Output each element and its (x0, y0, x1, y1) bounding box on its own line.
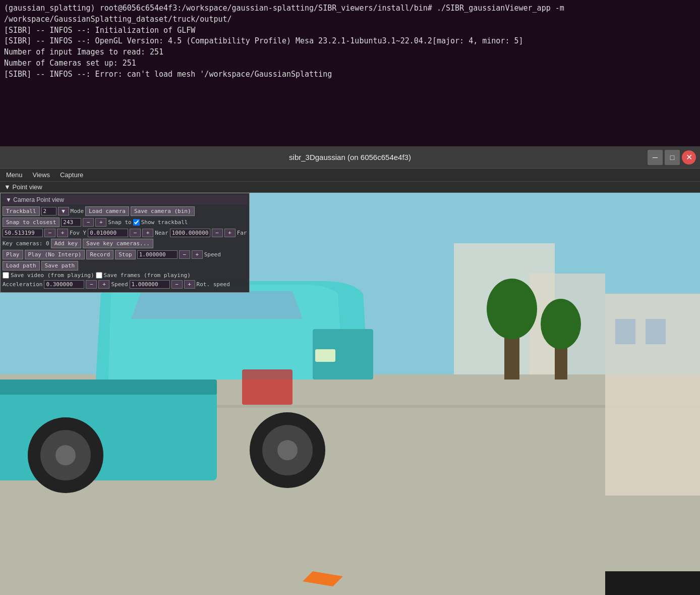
terminal-line-3: [SIBR] -- INFOS --: OpenGL Version: 4.5 … (4, 36, 696, 47)
close-button[interactable]: ✕ (682, 150, 696, 165)
speed2-input[interactable] (130, 280, 170, 289)
fov-y-label: Fov Y (70, 230, 86, 236)
viewer: Camera Point view Trackball ▼ Mode Load … (0, 193, 700, 595)
add-key-button[interactable]: Add key (51, 239, 81, 248)
speed2-label: Speed (111, 281, 128, 288)
load-path-button[interactable]: Load path (3, 261, 40, 271)
trackball-stepper-down[interactable]: ▼ (58, 207, 69, 215)
save-video-checkbox[interactable] (3, 272, 9, 279)
fov-input[interactable] (3, 229, 43, 237)
svg-rect-15 (242, 369, 293, 405)
save-path-button[interactable]: Save path (41, 261, 79, 271)
snap-to-text: Snap to (108, 219, 131, 226)
save-frames-text: Save frames (from playing) (104, 272, 191, 279)
snap-stepper-plus[interactable]: + (95, 218, 106, 227)
row-fov: − + Fov Y − + Near − + Far (3, 229, 247, 237)
window-controls: ─ □ ✕ (648, 150, 696, 165)
mode-label: Mode (71, 208, 84, 214)
play-button[interactable]: Play (3, 250, 23, 259)
svg-rect-21 (615, 319, 635, 344)
snap-to-label[interactable]: Snap to (108, 219, 131, 226)
svg-rect-6 (0, 380, 217, 395)
far-label: Far (237, 230, 247, 236)
save-video-label[interactable]: Save video (from playing) (3, 272, 94, 279)
trackball-button[interactable]: Trackball (3, 206, 40, 216)
key-cameras-label: Key cameras: 0 (3, 240, 49, 247)
play-no-interp-button[interactable]: Play (No Interp) (25, 250, 85, 259)
fov-y-input[interactable] (88, 229, 128, 237)
near-stepper-plus[interactable]: + (224, 229, 236, 237)
terminal-line-1: (gaussian_splatting) root@6056c654e4f3:/… (4, 3, 696, 25)
accel-stepper-plus[interactable]: + (98, 280, 109, 289)
rot-speed-label: Rot. speed (197, 281, 230, 288)
svg-point-19 (541, 299, 581, 349)
row-acceleration: Acceleration − + Speed − + Rot. speed (3, 280, 247, 289)
speed2-stepper-minus[interactable]: − (171, 280, 183, 289)
svg-rect-8 (315, 349, 335, 362)
terminal: (gaussian_splatting) root@6056c654e4f3:/… (0, 0, 700, 146)
speed2-stepper-plus[interactable]: + (184, 280, 195, 289)
svg-point-11 (55, 445, 76, 465)
save-frames-label[interactable]: Save frames (from playing) (96, 272, 191, 279)
show-trackball-label[interactable]: Show trackball (133, 219, 188, 226)
fov-stepper-plus[interactable]: + (57, 229, 68, 237)
save-frames-checkbox[interactable] (96, 272, 102, 279)
trackball-input[interactable] (41, 207, 56, 215)
window-titlebar: sibr_3Dgaussian (on 6056c654e4f3) ─ □ ✕ (0, 146, 700, 169)
row-trackball: Trackball ▼ Mode Load camera Save camera… (3, 206, 247, 216)
fov-y-stepper-plus[interactable]: + (142, 229, 153, 237)
terminal-line-5: Number of Cameras set up: 251 (4, 58, 696, 69)
control-panel: Camera Point view Trackball ▼ Mode Load … (0, 193, 250, 293)
snap-closest-button[interactable]: Snap to closest (3, 218, 60, 227)
speed-stepper-plus[interactable]: + (192, 250, 203, 259)
snap-stepper-minus[interactable]: − (83, 218, 94, 227)
save-key-cameras-button[interactable]: Save key cameras... (83, 239, 153, 248)
row-playback: Play Play (No Interp) Record Stop − + Sp… (3, 250, 247, 259)
terminal-line-6: [SIBR] -- INFOS --: Error: can't load me… (4, 69, 696, 80)
near-stepper-minus[interactable]: − (212, 229, 223, 237)
svg-rect-23 (605, 571, 700, 595)
menu-item-capture[interactable]: Capture (56, 170, 87, 180)
accel-stepper-minus[interactable]: − (86, 280, 97, 289)
minimize-button[interactable]: ─ (648, 150, 663, 165)
speed-input[interactable] (137, 250, 178, 259)
near-input[interactable] (170, 229, 210, 237)
stop-button[interactable]: Stop (115, 250, 136, 259)
menu-item-menu[interactable]: Menu (2, 170, 27, 180)
show-trackball-text: Show trackball (141, 219, 188, 226)
svg-rect-22 (646, 319, 666, 344)
fov-y-stepper-minus[interactable]: − (130, 229, 141, 237)
row-key-cameras: Key cameras: 0 Add key Save key cameras.… (3, 239, 247, 248)
acceleration-label: Acceleration (3, 281, 42, 288)
save-camera-button[interactable]: Save camera (bin) (131, 206, 195, 216)
row-save-options: Save video (from playing) Save frames (f… (3, 272, 247, 279)
row-snap: Snap to closest − + Snap to Show trackba… (3, 218, 247, 227)
save-video-text: Save video (from playing) (11, 272, 94, 279)
view-label: ▼ Point view (0, 182, 700, 193)
speed-stepper-minus[interactable]: − (179, 250, 190, 259)
panel-header[interactable]: Camera Point view (3, 195, 247, 204)
terminal-line-2: [SIBR] -- INFOS --: Initialization of GL… (4, 25, 696, 36)
menubar: Menu Views Capture (0, 169, 700, 182)
speed-label: Speed (204, 251, 221, 258)
menu-item-views[interactable]: Views (29, 170, 54, 180)
show-trackball-checkbox[interactable] (133, 219, 140, 226)
acceleration-input[interactable] (44, 280, 84, 289)
record-button[interactable]: Record (86, 250, 113, 259)
terminal-line-4: Number of input Images to read: 251 (4, 47, 696, 58)
row-path: Load path Save path (3, 261, 247, 271)
window-title: sibr_3Dgaussian (on 6056c654e4f3) (289, 153, 411, 161)
near-label: Near (155, 230, 168, 236)
svg-point-17 (487, 279, 537, 339)
load-camera-button[interactable]: Load camera (85, 206, 129, 216)
maximize-button[interactable]: □ (665, 150, 680, 165)
fov-stepper-minus[interactable]: − (44, 229, 55, 237)
svg-point-14 (277, 440, 298, 460)
snap-value-input[interactable] (61, 218, 81, 227)
